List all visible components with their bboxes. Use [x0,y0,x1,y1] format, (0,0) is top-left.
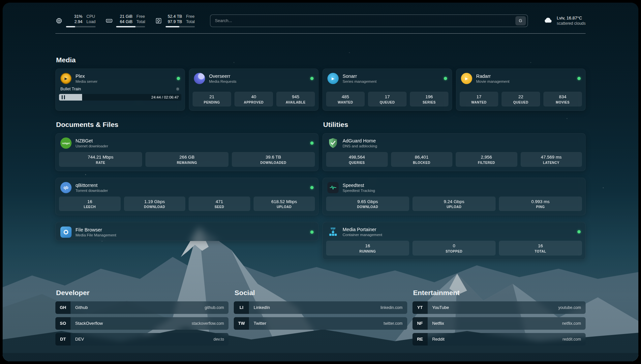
topbar-divider [55,33,586,34]
bookmark-abbr: DT [55,333,71,346]
service-name: Sonarr [343,74,377,79]
section-media: Media ▶ Plex Media server Bullet Train [55,56,586,111]
section-title-utilities: Utilities [323,121,586,129]
stat-wanted: 17 WANTED [460,92,498,106]
status-dot [444,77,447,80]
status-dot [310,186,314,189]
bookmark-group-social: Social LI LinkedIn linkedin.com TW Twitt… [234,289,407,349]
weather-widget[interactable]: Lviv, 16.87°C scattered clouds [543,15,586,26]
service-card-portainer[interactable]: Media Portainer Container management 16 … [322,222,586,260]
gear-icon[interactable] [175,87,180,91]
nzbget-icon: nzbget [60,137,72,149]
service-name: Media Portainer [343,227,382,232]
service-card-adguard[interactable]: AdGuard Home DNS and adblocking 498,564 … [322,133,586,171]
stat-download: 9.65 Gbps DOWNLOAD [326,197,409,211]
section-title-entertainment: Entertainment [413,289,586,297]
bookmark-abbr: YT [412,301,428,314]
service-card-sonarr[interactable]: ▶ Sonarr Series management 485 WANTED [322,69,452,111]
service-card-nzbget[interactable]: nzbget NZBGet Usenet downloader 744.21 M… [55,133,319,171]
search-provider-button[interactable]: G [515,16,526,25]
bookmark-linkedin[interactable]: LI LinkedIn linkedin.com [234,301,407,314]
memory-progress-bar [116,26,145,28]
disk-icon [155,17,162,24]
bookmark-github[interactable]: GH Github github.com [55,301,229,314]
bookmark-name: DEV [71,337,84,342]
service-card-radarr[interactable]: ▶ Radarr Movie management 17 WANTED [456,69,586,111]
search-form: G [210,15,528,27]
bookmark-twitter[interactable]: TW Twitter twitter.com [234,317,407,330]
service-name: NZBGet [76,138,108,143]
bookmark-youtube[interactable]: YT YouTube youtube.com [412,301,586,314]
service-desc: Media Requests [209,79,236,83]
bookmark-abbr: GH [55,301,71,314]
topbar: 31% CPU 2.94 Load [55,3,586,27]
bookmark-name: LinkedIn [249,305,270,310]
bookmark-abbr: SO [55,317,71,330]
sonarr-icon: ▶ [327,73,339,84]
bookmark-stackoverflow[interactable]: SO StackOverflow stackoverflow.com [55,317,229,330]
stat-seed: 471 SEED [189,197,250,211]
bookmark-url: stackoverflow.com [192,321,229,326]
stat-wanted: 485 WANTED [326,92,365,106]
bookmark-url: github.com [205,305,229,310]
stat-movies: 834 MOVIES [543,92,582,106]
bookmark-name: Reddit [428,337,445,342]
snow-flakes [3,3,4,4]
service-desc: Torrent downloader [76,189,108,193]
memory-label-top: Free [137,14,145,19]
memory-free: 21 GiB [116,14,133,19]
cpu-chip-icon [55,17,63,24]
cpu-widget: 31% CPU 2.94 Load [55,14,96,27]
bookmark-reddit[interactable]: RE Reddit reddit.com [412,333,586,346]
playback-time: 24:44 / 02:06:47 [151,95,179,99]
cpu-percent: 31% [66,14,82,19]
stat-total: 16 TOTAL [499,241,582,256]
stat-approved: 40 APPROVED [234,92,273,106]
status-dot [310,141,314,145]
service-card-overseerr[interactable]: Overseerr Media Requests 21 PENDING 40 A… [189,69,319,111]
bookmark-dev[interactable]: DT DEV dev.to [55,333,229,346]
stat-upload: 9.24 Gbps UPLOAD [412,197,496,211]
memory-total: 64 GiB [116,19,133,24]
stat-blocked: 86,401 BLOCKED [391,152,453,167]
status-dot [310,77,314,80]
service-name: qBittorrent [76,183,108,188]
service-card-qbittorrent[interactable]: qb qBittorrent Torrent downloader 16 LEE… [55,178,319,216]
status-dot [577,77,581,80]
bookmark-abbr: LI [234,301,249,314]
plex-player-bar[interactable]: 24:44 / 02:06:47 [59,94,181,101]
service-card-plex[interactable]: ▶ Plex Media server Bullet Train [55,69,185,111]
disk-total: 97.9 TB [166,19,182,24]
search-input[interactable] [214,18,515,23]
stat-ping: 0.993 ms PING [499,197,582,211]
service-desc: Movie management [476,79,509,83]
stat-remaining: 266 GB REMAINING [145,152,229,167]
stat-running: 16 RUNNING [326,241,409,256]
stat-pending: 21 PENDING [193,92,231,106]
service-name: Plex [76,74,97,79]
service-card-filebrowser[interactable]: File Browser Media File Management [55,222,319,241]
bookmark-url: netflix.com [562,321,586,326]
speedtest-icon [327,182,339,193]
stat-queued: 22 QUEUED [502,92,540,106]
pause-icon[interactable] [62,95,65,99]
weather-location: Lviv, 16.87°C [557,15,586,20]
stat-available: 945 AVAILABLE [276,92,315,106]
bookmark-netflix[interactable]: NF Netflix netflix.com [412,317,586,330]
section-title-social: Social [234,289,407,297]
bookmark-url: twitter.com [383,321,407,326]
stat-queries: 498,564 QUERIES [326,152,388,167]
bookmark-url: dev.to [214,337,229,342]
cpu-label-top: CPU [86,14,95,19]
stat-filtered: 2,956 FILTERED [456,152,517,167]
cloud-icon [543,16,554,26]
stat-leech: 16 LEECH [59,197,121,211]
bookmark-name: StackOverflow [71,321,103,326]
filebrowser-icon [60,227,72,238]
resource-widgets: 31% CPU 2.94 Load [55,14,195,27]
now-playing-title: Bullet Train [60,87,81,91]
service-card-speedtest[interactable]: Speedtest Speedtest Tracking 9.65 Gbps D… [322,178,586,216]
stat-rate: 744.21 Mbps RATE [59,152,142,167]
stat-queued: 17 QUEUED [368,92,407,106]
disk-label-bottom: Total [186,19,195,24]
